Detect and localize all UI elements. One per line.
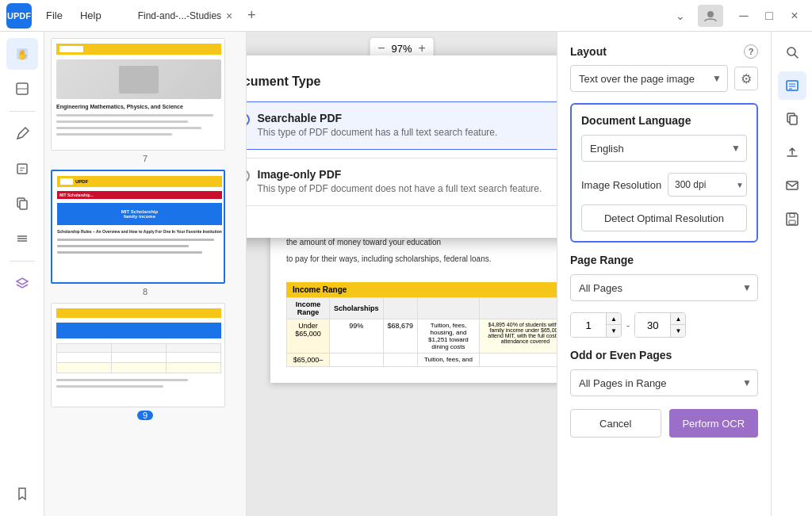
cell-pct-2 [329, 354, 383, 367]
ocr-dialog: Document Type Searchable PDF This type o… [247, 55, 557, 238]
main-layout: ✋ [0, 32, 812, 516]
cell-extra-2 [479, 354, 557, 367]
page-to-up[interactable]: ▲ [671, 313, 685, 325]
edit-icon[interactable] [6, 153, 38, 185]
thumbnail-panel: Engineering Mathematics, Physics, and Sc… [44, 32, 247, 516]
select-tool-icon[interactable] [6, 73, 38, 105]
thumbnail-item-8[interactable]: UPDF MIT Scholarship... MIT Scholarshipf… [51, 170, 239, 296]
data-table-section: Income Range Income Range Scholarships [286, 282, 557, 367]
page-range-select[interactable]: All Pages [570, 274, 758, 301]
tab-overflow-btn[interactable]: ⌄ [669, 6, 691, 25]
col-amount [383, 298, 418, 319]
page-from-input[interactable]: 1 ▲ ▼ [570, 312, 622, 338]
menu-file[interactable]: File [38, 6, 71, 25]
language-select[interactable]: English [581, 135, 747, 162]
layout-section: Layout ? Text over the page image ▼ ⚙ [570, 44, 758, 92]
upload-right-icon[interactable] [778, 138, 806, 166]
image-resolution-row: Image Resolution 300 dpi ▼ [581, 173, 747, 197]
right-panel: Layout ? Text over the page image ▼ ⚙ Do… [557, 32, 771, 516]
searchable-label: Searchable PDF [258, 112, 498, 124]
table-header: Income Range [286, 282, 557, 297]
svg-rect-9 [20, 201, 27, 209]
zoom-in-btn[interactable]: + [419, 41, 426, 55]
bookmark-icon[interactable] [6, 478, 38, 510]
page-to-down[interactable]: ▼ [671, 325, 685, 337]
image-only-label: Image-only PDF [258, 168, 542, 181]
user-avatar [698, 5, 723, 27]
minimize-btn[interactable]: ─ [733, 5, 755, 27]
close-btn[interactable]: × [783, 5, 806, 27]
page-to-input[interactable]: 30 ▲ ▼ [634, 312, 686, 338]
resolution-select[interactable]: 300 dpi [668, 173, 747, 197]
language-select-wrapper: English ▼ [581, 135, 747, 162]
odd-even-select[interactable]: All Pages in Range [570, 369, 758, 396]
odd-even-select-wrapper: All Pages in Range ▼ [570, 369, 758, 396]
page-from-up[interactable]: ▲ [607, 313, 621, 325]
edit-right-icon[interactable] [778, 105, 806, 133]
image-only-desc: This type of PDF document does not have … [258, 182, 542, 196]
option-image-only[interactable]: Image-only PDF This type of PDF document… [247, 158, 557, 206]
ocr-right-icon[interactable] [778, 71, 806, 100]
cell-income-1: Under $65,000 [287, 319, 330, 354]
page-range-dash: - [626, 319, 630, 331]
layers-icon[interactable] [6, 268, 38, 300]
page-from-down[interactable]: ▼ [607, 325, 621, 337]
annotate-icon[interactable] [6, 118, 38, 150]
thumbnail-label-8: 8 [51, 287, 239, 296]
radio-image-only [247, 170, 250, 182]
odd-even-section: Odd or Even Pages All Pages in Range ▼ [570, 349, 758, 396]
layout-select[interactable]: Text over the page image [570, 65, 728, 92]
detect-resolution-btn[interactable]: Detect Optimal Resolution [581, 204, 747, 231]
odd-even-title: Odd or Even Pages [570, 349, 758, 361]
svg-rect-20 [790, 116, 797, 124]
layout-help-icon[interactable]: ? [744, 44, 758, 59]
page-range-select-wrapper: All Pages ▼ [570, 274, 758, 301]
window-controls: ─ □ × [733, 5, 806, 27]
menu-bar: File Help [38, 6, 109, 25]
svg-rect-5 [17, 164, 27, 174]
option-searchable[interactable]: Searchable PDF This type of PDF document… [247, 101, 557, 150]
new-tab-btn[interactable]: + [242, 6, 261, 25]
cell-details-2: Tuition, fees, and [418, 354, 480, 367]
data-table: Income Range Scholarships Under $65,000 … [286, 297, 557, 367]
svg-text:✋: ✋ [16, 48, 28, 60]
thumbnail-image-9 [51, 303, 225, 407]
col-scholarships: Scholarships [329, 298, 383, 319]
search-right-icon[interactable] [778, 38, 806, 67]
pages-icon[interactable] [6, 188, 38, 220]
left-toolbar: ✋ [0, 32, 44, 516]
layout-select-wrapper: Text over the page image ▼ [570, 65, 728, 92]
save-right-icon[interactable] [778, 204, 806, 233]
thumbnail-item-7[interactable]: Engineering Mathematics, Physics, and Sc… [51, 38, 239, 163]
doc-language-title: Document Language [581, 114, 747, 127]
page-to-value[interactable]: 30 [635, 313, 670, 337]
svg-point-0 [707, 11, 714, 17]
active-tab[interactable]: Find-and-...-Studies × [128, 3, 243, 29]
thumbnail-image-7: Engineering Mathematics, Physics, and Sc… [51, 38, 225, 151]
page-range-inputs: 1 ▲ ▼ - 30 ▲ ▼ [570, 312, 758, 338]
organize-icon[interactable] [6, 223, 38, 254]
tab-close-btn[interactable]: × [226, 10, 232, 22]
zoom-out-btn[interactable]: − [377, 41, 385, 55]
doc-language-section: Document Language English ▼ Image Resolu… [570, 103, 758, 243]
cell-pct-1: 99% [329, 319, 383, 354]
table-row: Under $65,000 99% $68,679 Tuition, fees,… [287, 319, 557, 354]
mail-right-icon[interactable] [778, 171, 806, 200]
maximize-btn[interactable]: □ [758, 5, 780, 27]
thumbnail-item-9[interactable]: 9 [51, 303, 239, 420]
menu-help[interactable]: Help [72, 6, 109, 25]
col-income: Income Range [287, 298, 330, 319]
svg-line-14 [795, 55, 798, 58]
cancel-button[interactable]: Cancel [570, 409, 661, 438]
page-from-value[interactable]: 1 [571, 313, 606, 337]
cell-details-1: Tuition, fees, housing, and $1,251 towar… [418, 319, 480, 354]
zoom-value: 97% [391, 43, 412, 55]
settings-icon[interactable]: ⚙ [734, 67, 758, 90]
app-logo: UPDF [6, 3, 32, 29]
cell-amt-2 [383, 354, 418, 367]
resolution-select-wrapper: 300 dpi ▼ [668, 173, 747, 197]
perform-ocr-button[interactable]: Perform OCR [669, 409, 759, 438]
thumbnail-label-9: 9 [137, 411, 153, 420]
hand-tool-icon[interactable]: ✋ [6, 38, 38, 70]
table-row: $65,000– Tuition, fees, and [287, 354, 557, 367]
